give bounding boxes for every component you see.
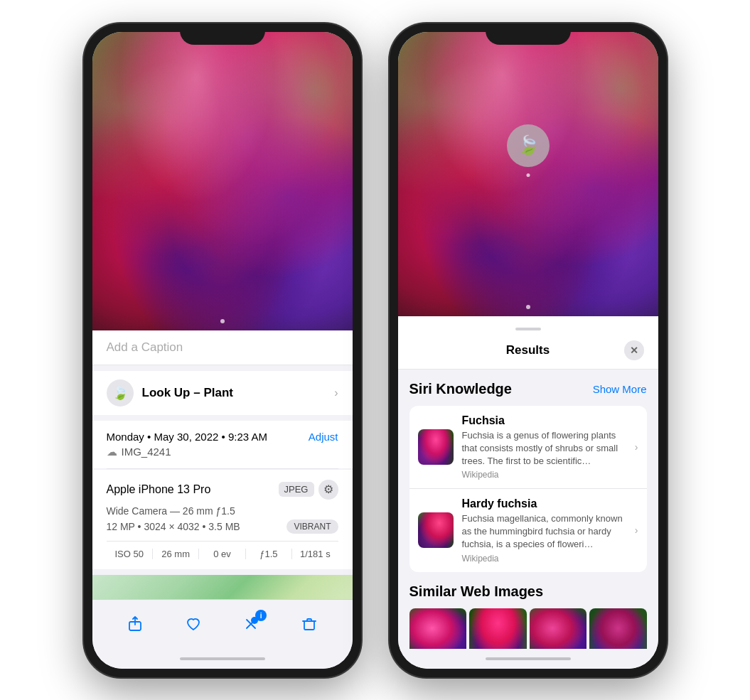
results-content: Siri Knowledge Show More Fuchsia Fuchsia… (398, 370, 658, 649)
lookup-label: Look Up – Plant (142, 386, 233, 400)
similar-web-images-title: Similar Web Images (409, 583, 647, 600)
siri-bubble-dot (526, 173, 530, 177)
similar-web-images-section: Similar Web Images (409, 583, 647, 649)
style-badge: VIBRANT (286, 519, 338, 534)
fuchsia-desc: Fuchsia is a genus of flowering plants t… (462, 429, 626, 468)
lookup-row[interactable]: 🍃 Look Up – Plant › (92, 371, 353, 415)
show-more-button[interactable]: Show More (593, 383, 647, 395)
meta-date: Monday • May 30, 2022 • 9:23 AM (107, 431, 267, 443)
meta-filename: IMG_4241 (122, 446, 171, 458)
format-badge: JPEG (279, 482, 314, 497)
hardy-fuchsia-source: Wikipedia (462, 554, 626, 564)
exif-ev: 0 ev (199, 549, 245, 559)
fuchsia-name: Fuchsia (462, 414, 626, 427)
results-header: Results ✕ (398, 330, 658, 370)
divider-1 (92, 415, 353, 421)
bottom-toolbar: i (92, 599, 353, 649)
fuchsia-chevron-icon: › (635, 441, 638, 453)
siri-knowledge-title: Siri Knowledge (409, 381, 512, 397)
caption-area[interactable]: Add a Caption (92, 330, 353, 365)
hardy-fuchsia-thumbnail (418, 512, 454, 548)
results-panel: Results ✕ Siri Knowledge Show More Fuchs… (398, 316, 658, 649)
share-button[interactable] (122, 611, 148, 637)
camera-model: Apple iPhone 13 Pro (107, 483, 211, 496)
caption-placeholder[interactable]: Add a Caption (107, 340, 183, 354)
map-section[interactable] (92, 575, 353, 599)
right-page-dot-indicator (526, 305, 530, 309)
camera-specs-line2: 12 MP • 3024 × 4032 • 3.5 MB (107, 521, 240, 532)
mp-row: 12 MP • 3024 × 4032 • 3.5 MB VIBRANT (107, 519, 338, 534)
exif-shutter: 1/181 s (292, 549, 338, 559)
hardy-fuchsia-chevron-icon: › (635, 524, 638, 536)
lookup-chevron-icon: › (334, 387, 338, 399)
delete-button[interactable] (296, 611, 322, 637)
fuchsia-info: Fuchsia Fuchsia is a genus of flowering … (462, 414, 626, 480)
siri-icon: 🍃 (107, 379, 134, 406)
left-phone-screen: Add a Caption 🍃 Look Up – Plant › Monday… (92, 32, 353, 669)
exif-row: ISO 50 26 mm 0 ev ƒ1.5 1/181 s (107, 541, 338, 559)
adjust-button[interactable]: Adjust (309, 431, 338, 443)
info-button[interactable]: i (238, 611, 264, 637)
flower-photo[interactable] (92, 32, 353, 330)
home-indicator (92, 649, 353, 669)
right-home-bar (486, 657, 571, 660)
info-panel: Add a Caption 🍃 Look Up – Plant › Monday… (92, 330, 353, 599)
meta-section: Monday • May 30, 2022 • 9:23 AM Adjust ☁… (92, 421, 353, 468)
divider-2 (107, 468, 338, 469)
favorite-button[interactable] (181, 611, 206, 637)
hardy-fuchsia-name: Hardy fuchsia (462, 497, 626, 510)
hardy-fuchsia-info: Hardy fuchsia Fuchsia magellanica, commo… (462, 497, 626, 564)
similar-images-grid (409, 608, 647, 649)
info-badge: i (255, 610, 267, 621)
right-flower-photo[interactable]: 🍃 (398, 32, 658, 316)
knowledge-card: Fuchsia Fuchsia is a genus of flowering … (409, 406, 647, 572)
similar-image-1[interactable] (409, 608, 467, 649)
similar-image-4[interactable] (589, 608, 647, 649)
handle-area (398, 316, 658, 330)
camera-specs-line1: Wide Camera — 26 mm ƒ1.5 (107, 505, 338, 517)
lookup-label-bold: Look Up – (142, 386, 200, 399)
lookup-label-regular: Plant (200, 386, 233, 399)
knowledge-item-hardy-fuchsia[interactable]: Hardy fuchsia Fuchsia magellanica, commo… (409, 489, 647, 572)
hardy-fuchsia-desc: Fuchsia magellanica, commonly known as t… (462, 512, 626, 551)
exif-iso: ISO 50 (107, 549, 153, 559)
similar-image-3[interactable] (530, 608, 587, 649)
right-phone-screen: 🍃 Results ✕ Siri Knowledge Show More (398, 32, 658, 669)
close-button[interactable]: ✕ (624, 340, 644, 360)
fuchsia-thumbnail (418, 429, 454, 465)
exif-aperture: ƒ1.5 (246, 549, 292, 559)
camera-section: Apple iPhone 13 Pro JPEG ⚙ Wide Camera —… (92, 470, 353, 569)
results-title: Results (432, 343, 624, 357)
exif-focal: 26 mm (153, 549, 199, 559)
left-phone: Add a Caption 🍃 Look Up – Plant › Monday… (84, 23, 361, 677)
siri-knowledge-header: Siri Knowledge Show More (409, 381, 647, 397)
home-bar (180, 657, 265, 660)
right-phone: 🍃 Results ✕ Siri Knowledge Show More (390, 23, 667, 677)
svg-rect-2 (304, 621, 314, 630)
camera-model-row: Apple iPhone 13 Pro JPEG ⚙ (107, 480, 338, 500)
page-dot-indicator (220, 319, 225, 323)
siri-visual-lookup-bubble[interactable]: 🍃 (507, 124, 550, 167)
knowledge-item-fuchsia[interactable]: Fuchsia Fuchsia is a genus of flowering … (409, 406, 647, 490)
camera-settings-icon[interactable]: ⚙ (318, 480, 338, 500)
cloud-icon: ☁ (107, 446, 117, 458)
right-home-indicator (398, 649, 658, 669)
meta-date-row: Monday • May 30, 2022 • 9:23 AM Adjust (107, 431, 338, 443)
meta-filename-row: ☁ IMG_4241 (107, 446, 338, 458)
fuchsia-source: Wikipedia (462, 470, 626, 480)
similar-image-2[interactable] (469, 608, 527, 649)
